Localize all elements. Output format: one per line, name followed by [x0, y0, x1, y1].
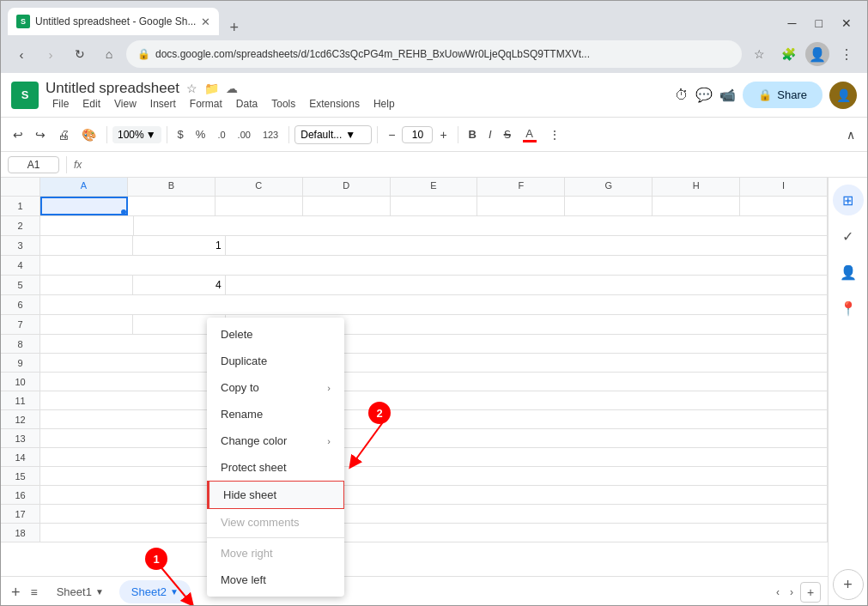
cell-A5[interactable] [40, 276, 133, 294]
reload-button[interactable]: ↻ [68, 42, 92, 66]
undo-button[interactable]: ↩ [8, 124, 28, 145]
forward-button[interactable]: › [39, 42, 63, 66]
percent-button[interactable]: % [191, 124, 211, 144]
font-name-selector[interactable]: Default...▼ [294, 125, 372, 144]
more-toolbar-button[interactable]: ⋮ [543, 124, 566, 145]
cloud-icon[interactable]: ☁ [226, 82, 238, 95]
back-button[interactable]: ‹ [9, 42, 33, 66]
row-num-7[interactable]: 7 [1, 315, 40, 334]
add-sheet-right-button[interactable]: + [800, 582, 821, 603]
text-color-button[interactable]: A [518, 124, 542, 146]
menu-edit[interactable]: Edit [76, 97, 107, 111]
history-icon[interactable]: ⏱ [675, 88, 689, 103]
menu-extensions[interactable]: Extensions [302, 97, 367, 111]
cell-A6[interactable] [40, 295, 828, 314]
paint-format-button[interactable]: 🎨 [76, 124, 101, 145]
font-size-dec-button[interactable]: − [383, 126, 400, 143]
menu-data[interactable]: Data [229, 97, 264, 111]
cell-reference-box[interactable]: A1 [8, 156, 59, 173]
sidebar-sheets-icon[interactable]: ⊞ [833, 185, 864, 215]
decimal-inc-button[interactable]: .00 [233, 126, 256, 143]
ctx-item-protect[interactable]: Protect sheet [207, 454, 344, 481]
col-header-D[interactable]: D [303, 178, 391, 196]
close-button[interactable]: ✕ [833, 15, 860, 32]
scroll-left-button[interactable]: ‹ [773, 583, 783, 602]
maximize-button[interactable]: □ [807, 15, 831, 32]
cell-A4[interactable] [40, 256, 828, 275]
home-button[interactable]: ⌂ [97, 42, 121, 66]
browser-tab[interactable]: S Untitled spreadsheet - Google Sh... ✕ [8, 8, 219, 35]
italic-button[interactable]: I [483, 124, 497, 144]
ctx-item-view-comments[interactable]: View comments [207, 509, 344, 536]
new-tab-button[interactable]: + [222, 20, 246, 35]
sidebar-contacts-icon[interactable]: 👤 [833, 257, 864, 288]
ctx-item-copy-to[interactable]: Copy to› [207, 374, 344, 401]
sidebar-tasks-icon[interactable]: ✓ [833, 221, 864, 251]
profile-icon[interactable]: 👤 [805, 42, 829, 66]
ctx-item-move-left[interactable]: Move left [207, 567, 344, 593]
row-num-5[interactable]: 5 [1, 276, 40, 294]
print-button[interactable]: 🖨 [52, 124, 75, 145]
formula-input[interactable] [88, 158, 860, 171]
col-header-A[interactable]: A [40, 178, 128, 196]
collapse-toolbar-button[interactable]: ∧ [841, 124, 860, 145]
col-header-E[interactable]: E [391, 178, 478, 196]
cell-A2[interactable] [40, 216, 134, 235]
col-header-B[interactable]: B [128, 178, 215, 196]
comments-icon[interactable]: 💬 [695, 87, 713, 103]
cell-rest-3[interactable] [226, 236, 828, 255]
row-num-1[interactable]: 1 [1, 197, 40, 215]
share-button[interactable]: 🔒 Share [743, 82, 822, 108]
cell-H1[interactable] [653, 197, 740, 215]
cell-B1[interactable] [128, 197, 215, 215]
ctx-item-rename[interactable]: Rename [207, 401, 344, 427]
cell-A3[interactable] [40, 236, 133, 255]
minimize-button[interactable]: ─ [780, 15, 805, 32]
row-num-6[interactable]: 6 [1, 295, 40, 314]
row-num-2[interactable]: 2 [1, 216, 40, 235]
currency-button[interactable]: $ [173, 124, 189, 144]
folder-icon[interactable]: 📁 [204, 82, 219, 95]
cell-rest-5[interactable] [226, 276, 828, 294]
col-header-I[interactable]: I [740, 178, 828, 196]
sidebar-add-icon[interactable]: + [833, 569, 864, 600]
col-header-C[interactable]: C [215, 178, 303, 196]
cell-A1[interactable] [40, 197, 128, 215]
font-size-inc-button[interactable]: + [434, 126, 452, 143]
scroll-right-button[interactable]: › [786, 583, 797, 602]
add-sheet-button[interactable]: + [8, 581, 24, 603]
ctx-item-duplicate[interactable]: Duplicate [207, 348, 344, 374]
cell-I1[interactable] [740, 197, 828, 215]
menu-help[interactable]: Help [367, 97, 402, 111]
cell-G1[interactable] [565, 197, 653, 215]
bold-button[interactable]: B [464, 124, 482, 144]
font-size-input[interactable] [402, 126, 433, 143]
sheet-list-button[interactable]: ≡ [27, 582, 41, 603]
zoom-selector[interactable]: 100%▼ [112, 126, 161, 143]
col-header-F[interactable]: F [477, 178, 565, 196]
ctx-item-delete[interactable]: Delete [207, 321, 344, 348]
menu-view[interactable]: View [107, 97, 143, 111]
row-num-3[interactable]: 3 [1, 236, 40, 255]
cell-E1[interactable] [391, 197, 478, 215]
col-header-G[interactable]: G [565, 178, 653, 196]
cell-A7[interactable] [40, 315, 133, 334]
sidebar-maps-icon[interactable]: 📍 [833, 293, 864, 324]
tab-close-icon[interactable]: ✕ [201, 15, 210, 28]
meet-icon[interactable]: 📹 [719, 88, 736, 103]
ctx-item-hide-sheet[interactable]: Hide sheet [207, 481, 344, 509]
cell-B3[interactable]: 1 [133, 236, 226, 255]
ctx-item-change-color[interactable]: Change color› [207, 427, 344, 454]
sheet-tab-sheet1[interactable]: Sheet1 ▼ [45, 580, 116, 603]
redo-button[interactable]: ↪ [30, 124, 51, 145]
bookmark-icon[interactable]: ☆ [747, 42, 771, 66]
col-header-H[interactable]: H [653, 178, 740, 196]
browser-menu-icon[interactable]: ⋮ [835, 42, 859, 66]
row-num-4[interactable]: 4 [1, 256, 40, 275]
sheet-tab-sheet2[interactable]: Sheet2 ▼ [119, 580, 191, 603]
menu-insert[interactable]: Insert [143, 97, 183, 111]
menu-file[interactable]: File [46, 97, 76, 111]
more-formats-button[interactable]: 123 [258, 126, 283, 143]
menu-format[interactable]: Format [183, 97, 229, 111]
star-icon[interactable]: ☆ [186, 82, 197, 95]
